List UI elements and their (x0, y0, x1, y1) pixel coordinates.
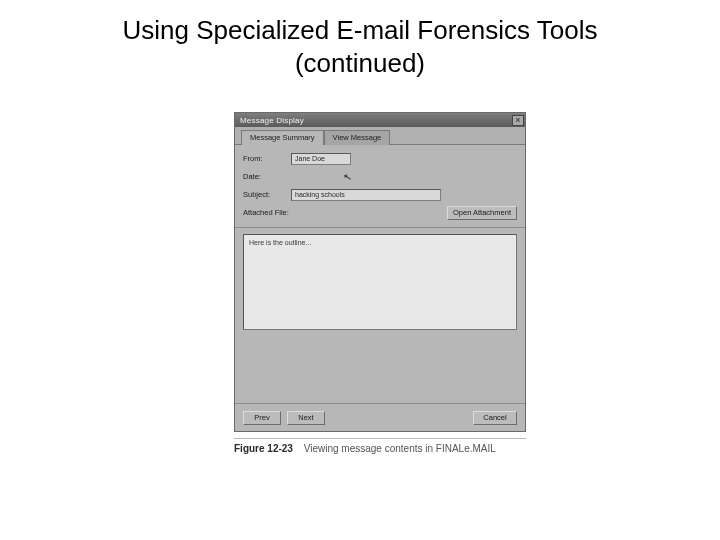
attached-label: Attached File: (243, 208, 305, 217)
titlebar: Message Display × (235, 113, 525, 127)
title-line-1: Using Specialized E-mail Forensics Tools (123, 15, 598, 45)
slide: Using Specialized E-mail Forensics Tools… (0, 0, 720, 540)
window-title: Message Display (240, 116, 304, 125)
message-display-window: Message Display × Message Summary View M… (234, 112, 526, 432)
cancel-button[interactable]: Cancel (473, 411, 517, 425)
tab-message-summary[interactable]: Message Summary (241, 130, 324, 145)
figure-caption: Figure 12-23 Viewing message contents in… (234, 438, 526, 454)
tabstrip: Message Summary View Message (235, 127, 525, 145)
from-field[interactable]: Jane Doe (291, 153, 351, 165)
page-title: Using Specialized E-mail Forensics Tools… (0, 0, 720, 79)
date-label: Date: (243, 172, 291, 181)
figure-description: Viewing message contents in FINALe.MAIL (304, 443, 496, 454)
close-icon[interactable]: × (512, 115, 524, 126)
window-footer: Prev Next Cancel (235, 403, 525, 431)
message-body-text: Here is the outline... (249, 239, 311, 246)
figure-number: Figure 12-23 (234, 443, 293, 454)
from-row: From: Jane Doe (243, 151, 517, 166)
attached-row: Attached File: Open Attachment (243, 205, 517, 220)
subject-row: Subject: hacking schools (243, 187, 517, 202)
message-body[interactable]: Here is the outline... (243, 234, 517, 330)
subject-label: Subject: (243, 190, 291, 199)
open-attachment-button[interactable]: Open Attachment (447, 206, 517, 220)
from-label: From: (243, 154, 291, 163)
header-fields: From: Jane Doe Date: Subject: hacking sc… (235, 145, 525, 228)
subject-field[interactable]: hacking schools (291, 189, 441, 201)
date-row: Date: (243, 169, 517, 184)
next-button[interactable]: Next (287, 411, 325, 425)
tab-view-message[interactable]: View Message (324, 130, 391, 145)
title-line-2: (continued) (295, 48, 425, 78)
prev-button[interactable]: Prev (243, 411, 281, 425)
figure-container: Message Display × Message Summary View M… (234, 112, 526, 454)
cursor-icon: ↖ (342, 170, 352, 182)
